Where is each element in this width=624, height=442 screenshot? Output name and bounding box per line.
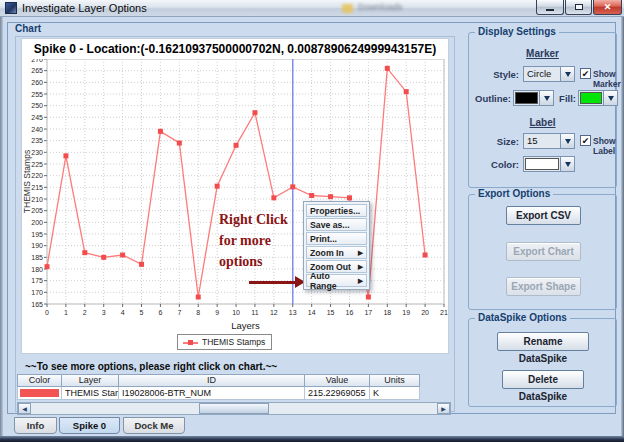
- client-area: Chart Spike 0 - Location:(-0.16210937500…: [3, 17, 621, 436]
- y-tick-label: 250: [31, 102, 43, 109]
- delete-dataspike-button[interactable]: Delete DataSpike: [502, 370, 584, 389]
- marker-style-select[interactable]: Circle: [523, 66, 575, 82]
- y-tick-label: 215: [31, 184, 43, 191]
- tab-dock-me[interactable]: Dock Me: [123, 417, 185, 434]
- header-layer[interactable]: Layer: [62, 374, 119, 387]
- submenu-arrow-icon: ▶: [358, 249, 363, 257]
- background-window-blur: Downloads: [330, 0, 530, 16]
- chart-canvas[interactable]: Spike 0 - Location:(-0.16210937500000702…: [21, 38, 449, 354]
- x-tick-label: 17: [364, 309, 372, 316]
- y-tick-label: 185: [31, 254, 43, 261]
- fill-color-swatch: [580, 92, 602, 104]
- check-icon: ✔: [582, 69, 590, 79]
- y-tick-label: 210: [31, 196, 43, 203]
- display-settings-title: Display Settings: [475, 26, 559, 37]
- label-color-select[interactable]: [523, 156, 575, 172]
- x-tick-label: 14: [308, 309, 316, 316]
- hint-message: ~~To see more options, please right clic…: [25, 361, 277, 372]
- y-tick-label: 170: [31, 289, 43, 296]
- chart-panel-title: Chart: [12, 23, 44, 34]
- y-tick-label: 240: [31, 126, 43, 133]
- scrollbar-track[interactable]: [31, 403, 437, 414]
- chart-plot[interactable]: 1651701751801851901952002052102152202252…: [22, 59, 450, 340]
- menu-item-auto-range[interactable]: Auto Range▶: [306, 274, 367, 287]
- minimize-button[interactable]: [536, 0, 564, 15]
- x-axis-label: Layers: [231, 320, 260, 331]
- tab-spike-0[interactable]: Spike 0: [59, 417, 120, 434]
- menu-item-properties[interactable]: Properties...: [306, 204, 367, 217]
- header-color[interactable]: Color: [17, 374, 62, 387]
- app-icon: [5, 2, 17, 14]
- menu-item-print[interactable]: Print...: [306, 232, 367, 245]
- table-row[interactable]: THEMIS Stamps I19028006-BTR_NUM 215.2296…: [17, 387, 420, 400]
- show-marker-label: Show Marker: [593, 69, 621, 89]
- export-csv-button[interactable]: Export CSV: [506, 206, 581, 225]
- folder-icon: [342, 4, 353, 13]
- table-horizontal-scrollbar[interactable]: ◀ ▶: [17, 402, 451, 415]
- y-tick-label: 255: [31, 91, 43, 98]
- x-tick-label: 13: [289, 309, 297, 316]
- data-point-marker: [404, 89, 409, 94]
- cell-units: K: [370, 387, 420, 400]
- dropdown-arrow-icon[interactable]: [560, 134, 574, 148]
- marker-outline-color-select[interactable]: [513, 90, 554, 106]
- x-tick-label: 21: [440, 309, 448, 316]
- data-point-marker: [385, 66, 390, 71]
- x-tick-label: 12: [270, 309, 278, 316]
- layer-color-swatch: [20, 389, 59, 397]
- marker-section-title: Marker: [469, 48, 616, 59]
- dropdown-arrow-icon[interactable]: [560, 157, 574, 171]
- header-id[interactable]: ID: [119, 374, 305, 387]
- data-point-marker: [196, 295, 201, 300]
- dropdown-arrow-icon[interactable]: [603, 91, 617, 105]
- x-tick-label: 2: [83, 309, 87, 316]
- x-tick-label: 3: [102, 309, 106, 316]
- marker-fill-color-select[interactable]: [578, 90, 618, 106]
- header-units[interactable]: Units: [370, 374, 420, 387]
- data-point-marker: [328, 194, 333, 199]
- background-window-item: Downloads: [358, 2, 403, 12]
- show-marker-checkbox[interactable]: ✔: [580, 68, 591, 79]
- x-tick-label: 10: [232, 309, 240, 316]
- y-tick-label: 165: [31, 301, 43, 308]
- menu-item-zoom-in[interactable]: Zoom In▶: [306, 246, 367, 259]
- export-options-title: Export Options: [475, 188, 553, 199]
- check-icon: ✔: [582, 136, 590, 146]
- scroll-left-icon[interactable]: ◀: [18, 403, 31, 414]
- window-title: Investigate Layer Options: [22, 2, 147, 14]
- dropdown-arrow-icon[interactable]: [560, 67, 574, 81]
- show-label-checkbox[interactable]: ✔: [580, 135, 591, 146]
- outline-label: Outline:: [469, 93, 511, 104]
- right-click-annotation: Right Click for more options: [219, 209, 309, 272]
- label-color-swatch: [525, 158, 559, 170]
- close-button[interactable]: ✕: [593, 0, 622, 15]
- chart-title: Spike 0 - Location:(-0.16210937500000702…: [22, 42, 448, 56]
- data-point-marker: [45, 264, 50, 269]
- header-value[interactable]: Value: [305, 374, 370, 387]
- scroll-right-icon[interactable]: ▶: [437, 403, 450, 414]
- data-point-marker: [252, 110, 257, 115]
- menu-item-save-as[interactable]: Save as...: [306, 218, 367, 231]
- data-point-marker: [271, 195, 276, 200]
- maximize-icon: [575, 4, 583, 10]
- fill-label: Fill:: [558, 93, 576, 104]
- tab-info[interactable]: Info: [14, 417, 57, 434]
- data-point-marker: [215, 184, 220, 189]
- y-tick-label: 195: [31, 231, 43, 238]
- scrollbar-thumb[interactable]: [199, 403, 269, 414]
- dropdown-arrow-icon[interactable]: [539, 91, 553, 105]
- data-point-marker: [139, 262, 144, 267]
- x-tick-label: 20: [421, 309, 429, 316]
- data-point-marker: [120, 253, 125, 258]
- x-tick-label: 18: [383, 309, 391, 316]
- label-size-select[interactable]: 15: [523, 133, 575, 149]
- chart-context-menu: Properties... Save as... Print... Zoom I…: [303, 201, 370, 290]
- minimize-icon: [546, 9, 554, 11]
- maximize-button[interactable]: [565, 0, 592, 15]
- x-tick-label: 5: [140, 309, 144, 316]
- dataspike-options-title: DataSpike Options: [475, 312, 570, 323]
- x-tick-label: 11: [251, 309, 258, 316]
- rename-dataspike-button[interactable]: Rename DataSpike: [497, 332, 589, 351]
- show-label-label: Show Label: [593, 136, 616, 156]
- data-point-marker: [423, 253, 428, 258]
